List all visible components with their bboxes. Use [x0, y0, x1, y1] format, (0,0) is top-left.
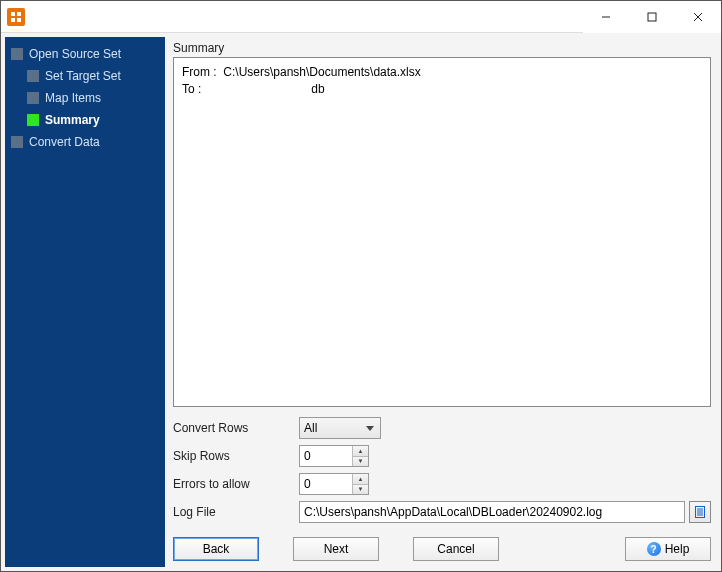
main-area: Open Source SetSet Target SetMap ItemsSu…	[1, 33, 721, 571]
nav-item-label: Summary	[45, 113, 100, 127]
cancel-button-label: Cancel	[437, 542, 474, 556]
nav-item-summary[interactable]: Summary	[9, 109, 161, 131]
nav-step-icon	[27, 70, 39, 82]
convert-rows-select[interactable]: All	[299, 417, 381, 439]
nav-step-icon	[11, 136, 23, 148]
nav-step-icon	[11, 48, 23, 60]
cancel-button[interactable]: Cancel	[413, 537, 499, 561]
nav-item-label: Open Source Set	[29, 47, 121, 61]
minimize-button[interactable]	[583, 1, 629, 33]
titlebar	[1, 1, 721, 33]
svg-rect-1	[17, 12, 21, 16]
nav-item-map-items[interactable]: Map Items	[9, 87, 161, 109]
nav-item-convert-data[interactable]: Convert Data	[9, 131, 161, 153]
nav-item-label: Convert Data	[29, 135, 100, 149]
errors-down-icon[interactable]: ▼	[353, 485, 368, 495]
nav-step-icon	[27, 114, 39, 126]
wizard-nav: Open Source SetSet Target SetMap ItemsSu…	[5, 37, 165, 567]
errors-input[interactable]	[300, 474, 352, 494]
convert-rows-value: All	[304, 421, 317, 435]
skip-rows-down-icon[interactable]: ▼	[353, 457, 368, 467]
document-icon	[693, 505, 707, 519]
options-form: Convert Rows All Skip Rows ▲ ▼ Errors to…	[173, 417, 711, 523]
svg-rect-2	[11, 18, 15, 22]
maximize-button[interactable]	[629, 1, 675, 33]
help-icon: ?	[647, 542, 661, 556]
errors-label: Errors to allow	[173, 477, 299, 491]
skip-rows-input[interactable]	[300, 446, 352, 466]
skip-rows-label: Skip Rows	[173, 449, 299, 463]
nav-step-icon	[27, 92, 39, 104]
svg-rect-0	[11, 12, 15, 16]
svg-rect-3	[17, 18, 21, 22]
back-button-label: Back	[203, 542, 230, 556]
nav-item-set-target-set[interactable]: Set Target Set	[9, 65, 161, 87]
logfile-label: Log File	[173, 505, 299, 519]
nav-item-open-source-set[interactable]: Open Source Set	[9, 43, 161, 65]
titlebar-left	[1, 8, 25, 26]
svg-rect-8	[696, 507, 705, 518]
next-button[interactable]: Next	[293, 537, 379, 561]
back-button[interactable]: Back	[173, 537, 259, 561]
nav-item-label: Set Target Set	[45, 69, 121, 83]
skip-rows-stepper[interactable]: ▲ ▼	[299, 445, 369, 467]
help-button-label: Help	[665, 542, 690, 556]
window-controls	[583, 1, 721, 33]
summary-panel: Summary From : C:\Users\pansh\Documents\…	[165, 37, 717, 567]
svg-rect-5	[648, 13, 656, 21]
panel-title: Summary	[173, 41, 711, 55]
browse-button[interactable]	[689, 501, 711, 523]
summary-text: From : C:\Users\pansh\Documents\data.xls…	[173, 57, 711, 407]
help-button[interactable]: ? Help	[625, 537, 711, 561]
convert-rows-label: Convert Rows	[173, 421, 299, 435]
logfile-input[interactable]	[299, 501, 685, 523]
close-button[interactable]	[675, 1, 721, 33]
errors-stepper[interactable]: ▲ ▼	[299, 473, 369, 495]
errors-up-icon[interactable]: ▲	[353, 474, 368, 485]
next-button-label: Next	[324, 542, 349, 556]
button-bar: Back Next Cancel ? Help	[173, 537, 711, 561]
app-icon	[7, 8, 25, 26]
skip-rows-up-icon[interactable]: ▲	[353, 446, 368, 457]
nav-item-label: Map Items	[45, 91, 101, 105]
